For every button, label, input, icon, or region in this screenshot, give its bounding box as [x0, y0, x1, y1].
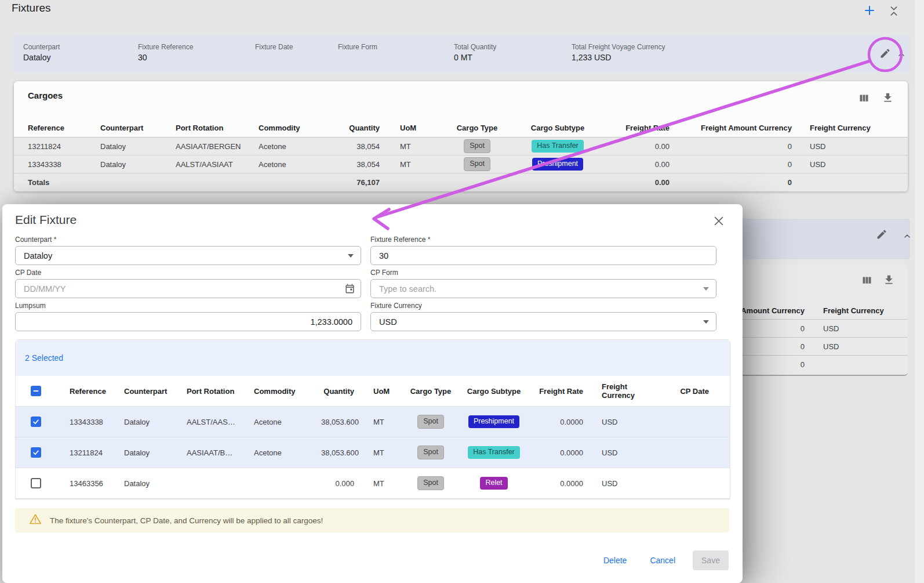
- selection-count: 2 Selected: [25, 353, 63, 363]
- col-header[interactable]: Counterpart: [93, 124, 169, 132]
- counterpart-select[interactable]: [15, 246, 361, 265]
- field-label: Lumpsum: [15, 302, 361, 310]
- field-label: Fixture Date: [255, 43, 293, 51]
- page-scrollbar[interactable]: [915, 0, 924, 583]
- counterpart-field: Counterpart *: [15, 236, 361, 265]
- modal-table-header: Reference Counterpart Port Rotation Comm…: [16, 376, 730, 407]
- delete-button[interactable]: Delete: [600, 556, 630, 565]
- col-header[interactable]: Cargo Type: [408, 387, 453, 396]
- dialog-title: Edit Fixture: [15, 213, 77, 227]
- cargo-type-badge: Spot: [417, 415, 444, 429]
- save-button[interactable]: Save: [693, 551, 729, 570]
- row-checkbox[interactable]: [31, 417, 41, 427]
- table-row[interactable]: 13343338 Dataloy AALST/AASIAAT Acetone 3…: [14, 155, 908, 173]
- select-all-checkbox[interactable]: [31, 386, 41, 396]
- cargo-subtype-badge: Has Transfer: [468, 446, 520, 459]
- col-header[interactable]: Counterpart: [117, 387, 180, 396]
- cargo-subtype-badge: Preshipment: [468, 415, 519, 428]
- col-header[interactable]: Quantity: [321, 387, 361, 396]
- col-header[interactable]: Quantity: [330, 124, 387, 132]
- col-header[interactable]: Reference: [14, 124, 93, 132]
- lumpsum-input[interactable]: [15, 312, 361, 331]
- warning-text: The fixture's Counterpart, CP Date, and …: [50, 516, 323, 525]
- page-title: Fixtures: [12, 2, 51, 15]
- cp-date-input[interactable]: [15, 279, 361, 298]
- col-header[interactable]: UoM: [387, 124, 431, 132]
- download-icon: [882, 92, 894, 106]
- fixtures-page: Fixtures Counterpart Dataloy Fixture Ref…: [0, 0, 924, 583]
- chevron-down-icon: [703, 287, 709, 291]
- fixture-reference-input[interactable]: [370, 246, 716, 265]
- field-value: 1,233 USD: [572, 53, 611, 62]
- chevron-up-icon: [903, 231, 912, 242]
- col-header[interactable]: Freight Rate: [534, 387, 590, 396]
- warning-banner: The fixture's Counterpart, CP Date, and …: [15, 508, 729, 533]
- col-header[interactable]: Freight Amount Currency: [676, 124, 799, 132]
- col-header[interactable]: Freight Currency: [799, 124, 908, 132]
- fixture-currency-select[interactable]: [370, 312, 716, 331]
- field-label: Counterpart *: [15, 236, 361, 244]
- download-icon: [883, 274, 895, 288]
- col-header[interactable]: Cargo Type: [431, 124, 523, 132]
- field-label: Fixture Reference *: [370, 236, 716, 244]
- plus-icon: [863, 3, 876, 19]
- field-label: Counterpart: [23, 43, 60, 51]
- collapse-all-button[interactable]: [887, 5, 901, 19]
- col-header[interactable]: Cargo Subtype: [453, 387, 534, 396]
- cargo-type-badge: Spot: [417, 476, 444, 490]
- table-row[interactable]: 13211824 Dataloy AASIAAT/B… Acetone 38,0…: [16, 437, 730, 468]
- field-label: CP Form: [370, 269, 716, 277]
- lumpsum-field: Lumpsum: [15, 302, 361, 331]
- col-header[interactable]: Freight Rate: [592, 124, 676, 132]
- col-header[interactable]: Cargo Subtype: [523, 124, 592, 132]
- download-button[interactable]: [880, 91, 895, 106]
- collapse-fixture-button[interactable]: [896, 49, 907, 61]
- row-checkbox[interactable]: [31, 447, 41, 458]
- column-settings-button[interactable]: [856, 92, 871, 107]
- cancel-button[interactable]: Cancel: [646, 556, 679, 565]
- calendar-icon[interactable]: [344, 283, 355, 296]
- col-header[interactable]: UoM: [361, 387, 408, 396]
- add-fixture-button[interactable]: [862, 3, 877, 19]
- field-label: Total Freight Voyage Currency: [572, 43, 665, 51]
- chevron-up-icon: [897, 50, 906, 61]
- col-header[interactable]: Freight Currency: [823, 302, 884, 319]
- row-checkbox[interactable]: [31, 478, 41, 488]
- column-settings-button-2[interactable]: [859, 274, 874, 289]
- selection-summary-bar: 2 Selected: [16, 340, 730, 376]
- totals-row: Totals 76,107 0.00 0: [14, 173, 908, 191]
- field-label: Fixture Currency: [370, 302, 716, 310]
- pencil-icon: [876, 229, 887, 242]
- cargo-type-badge: Spot: [464, 139, 490, 153]
- cargo-type-badge: Spot: [464, 157, 490, 171]
- unfold-less-icon: [887, 5, 900, 19]
- field-value: 30: [138, 53, 147, 62]
- dialog-actions: Delete Cancel Save: [600, 551, 729, 570]
- field-value: 0 MT: [454, 53, 472, 62]
- col-header[interactable]: Commodity: [247, 387, 321, 396]
- cp-form-search-input[interactable]: [370, 279, 716, 298]
- field-label: Fixture Form: [338, 43, 377, 51]
- collapse-fixture-button-2[interactable]: [901, 231, 913, 242]
- columns-icon: [861, 274, 873, 288]
- col-header[interactable]: Port Rotation: [180, 387, 247, 396]
- col-header[interactable]: CP Date: [655, 387, 730, 396]
- table-row[interactable]: 13211824 Dataloy AASIAAT/BERGEN Acetone …: [14, 137, 908, 155]
- col-header[interactable]: Commodity: [252, 124, 330, 132]
- close-button[interactable]: [712, 215, 726, 229]
- cargo-subtype-badge: Relet: [480, 477, 507, 490]
- cargo-subtype-badge: Has Transfer: [532, 140, 584, 153]
- col-header[interactable]: Freight Currency: [590, 382, 655, 400]
- cargo-selection-panel: 2 Selected Reference Counterpart Port Ro…: [15, 339, 730, 499]
- download-button-2[interactable]: [881, 273, 896, 288]
- col-header[interactable]: Reference: [56, 387, 117, 396]
- table-row[interactable]: 13343338 Dataloy AALST/AAS… Acetone 38,0…: [16, 407, 730, 437]
- edit-fixture-button-2[interactable]: [874, 227, 889, 242]
- close-icon: [712, 215, 725, 229]
- chevron-down-icon: [703, 320, 709, 324]
- field-label: Total Quantity: [454, 43, 496, 51]
- col-header[interactable]: Port Rotation: [169, 124, 252, 132]
- edit-fixture-button[interactable]: [878, 46, 893, 61]
- fixture-summary-bar: Counterpart Dataloy Fixture Reference 30…: [14, 35, 910, 73]
- table-row[interactable]: 13463356 Dataloy 0.000 MT Spot Relet 0.0…: [16, 468, 730, 499]
